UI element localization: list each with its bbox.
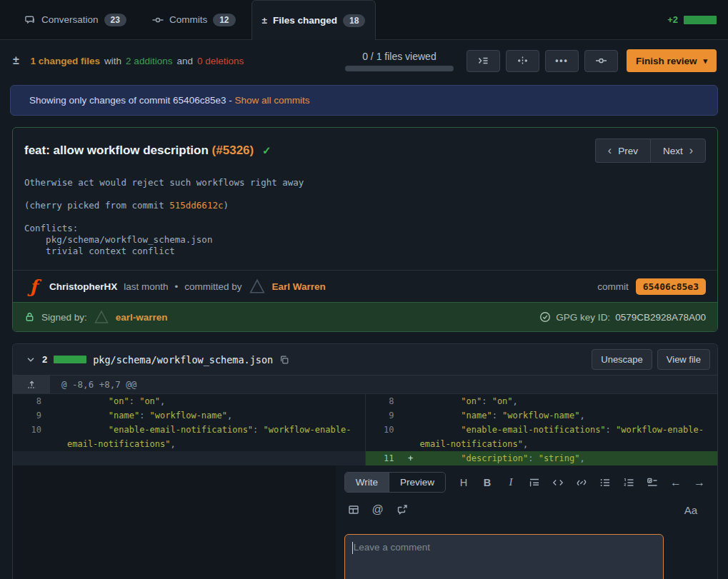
collapse-file-icon[interactable] bbox=[26, 355, 36, 365]
monospace-toggle[interactable]: Aa bbox=[684, 504, 697, 516]
diff-filler-cell bbox=[13, 451, 365, 465]
diff-options-button[interactable]: ••• bbox=[545, 50, 579, 72]
commit-issue-link[interactable]: (#5326) bbox=[212, 144, 254, 157]
markdown-toolbar: H B I bbox=[454, 473, 709, 492]
diff-line-number[interactable]: 10 bbox=[13, 423, 49, 437]
commit-title-text: feat: allow workflow description bbox=[24, 144, 209, 157]
expand-hunk-button[interactable] bbox=[13, 376, 50, 393]
signer-name[interactable]: earl-warren bbox=[116, 312, 168, 323]
christopherhx-avatar[interactable]: ƒ bbox=[24, 277, 43, 296]
file-diffstat-bar bbox=[54, 356, 86, 363]
tab-files-changed[interactable]: ± Files changed 18 bbox=[251, 0, 377, 40]
summary-word-and: and bbox=[176, 56, 193, 66]
diff-line-number[interactable]: 8 bbox=[366, 394, 402, 408]
next-commit-button[interactable]: Next › bbox=[650, 139, 706, 163]
diff-line-number[interactable]: 8 bbox=[13, 394, 49, 408]
markdown-toolbar-secondary: @ Aa bbox=[344, 500, 709, 519]
diff-code-line[interactable]: "on": "on", bbox=[67, 394, 365, 408]
commit-icon bbox=[595, 55, 607, 66]
inline-comment-form: Write Preview H B I bbox=[336, 465, 717, 579]
tab-files-changed-label: Files changed bbox=[273, 15, 337, 26]
tab-commits[interactable]: Commits 12 bbox=[142, 0, 246, 39]
pr-tab-bar: Conversation 23 Commits 12 ± Files chang… bbox=[0, 0, 728, 40]
finish-review-button[interactable]: Finish review ▾ bbox=[627, 49, 717, 72]
committed-by-label: committed by bbox=[184, 281, 241, 292]
diff-row: 8 "on": "on",8 "on": "on", bbox=[13, 394, 717, 408]
cross-reference-icon[interactable] bbox=[393, 500, 412, 519]
diff-code-line[interactable]: "on": "on", bbox=[420, 394, 718, 408]
heading-icon[interactable]: H bbox=[454, 473, 473, 492]
chevron-right-icon: › bbox=[689, 145, 693, 156]
plusminus-icon: ± bbox=[13, 54, 19, 67]
earl-warren-signed-avatar[interactable] bbox=[94, 309, 109, 325]
switch-left-icon[interactable]: ← bbox=[667, 473, 685, 492]
commits-count-badge: 12 bbox=[213, 14, 235, 26]
file-header: 2 pkg/schema/workflow_schema.json Unesca… bbox=[13, 344, 717, 376]
diff-code-line[interactable]: "name": "workflow-name", bbox=[420, 408, 718, 423]
unordered-list-icon[interactable] bbox=[596, 473, 614, 492]
tab-conversation-label: Conversation bbox=[41, 14, 99, 25]
ordered-list-icon[interactable] bbox=[619, 473, 638, 492]
diff-line-number[interactable]: 9 bbox=[13, 408, 49, 423]
file-tree-toggle-button[interactable] bbox=[467, 50, 500, 72]
caret-down-icon: ▾ bbox=[703, 56, 707, 66]
table-icon[interactable] bbox=[344, 500, 363, 519]
lock-icon bbox=[24, 311, 35, 323]
mention-icon[interactable]: @ bbox=[369, 500, 387, 519]
diff-icon: ± bbox=[262, 15, 267, 26]
tab-preview[interactable]: Preview bbox=[389, 473, 445, 492]
diff-file-box: 2 pkg/schema/workflow_schema.json Unesca… bbox=[12, 343, 718, 579]
diff-view-toggle-button[interactable] bbox=[506, 50, 539, 72]
diff-line-marker: + bbox=[402, 451, 420, 465]
write-preview-tabs: Write Preview bbox=[344, 472, 446, 493]
italic-icon[interactable]: I bbox=[502, 473, 520, 492]
diff-left-cell: 10 "enable-email-notifications": "workfl… bbox=[13, 423, 365, 451]
split-diff-table: 8 "on": "on",8 "on": "on",9 "name": "wor… bbox=[13, 394, 717, 465]
earl-warren-avatar[interactable] bbox=[249, 278, 266, 295]
quote-icon[interactable] bbox=[525, 473, 544, 492]
link-icon[interactable] bbox=[572, 473, 591, 492]
code-icon[interactable] bbox=[549, 473, 567, 492]
bold-icon[interactable]: B bbox=[478, 473, 497, 492]
summary-word-with: with bbox=[104, 56, 121, 66]
comment-textarea[interactable] bbox=[344, 534, 664, 579]
switch-right-icon[interactable]: → bbox=[690, 473, 709, 492]
commit-author-name[interactable]: ChristopherHX bbox=[49, 281, 117, 292]
diff-line-number[interactable]: 9 bbox=[366, 408, 402, 423]
signed-by-label: Signed by: bbox=[41, 312, 87, 323]
diff-code-line[interactable]: "description": "string", bbox=[420, 451, 718, 465]
finish-review-label: Finish review bbox=[636, 56, 697, 66]
hunk-header-text: @ -8,6 +8,7 @@ bbox=[50, 376, 136, 393]
task-list-icon[interactable] bbox=[643, 473, 662, 492]
view-file-button[interactable]: View file bbox=[657, 349, 710, 370]
commit-select-button[interactable] bbox=[584, 50, 618, 72]
files-viewed-label: 0 / 1 files viewed bbox=[345, 51, 454, 62]
unescape-button[interactable]: Unescape bbox=[592, 349, 652, 370]
diff-code-line[interactable]: "enable-email-notifications": "workflow-… bbox=[420, 423, 718, 451]
tab-write[interactable]: Write bbox=[345, 473, 389, 492]
prev-commit-button[interactable]: ‹ Prev bbox=[595, 139, 650, 163]
diff-line-number[interactable]: 10 bbox=[366, 423, 402, 437]
commit-hash-link[interactable]: 515dd6612c bbox=[169, 200, 223, 211]
diff-right-cell: 9 "name": "workflow-name", bbox=[365, 408, 718, 423]
commit-hash-badge[interactable]: 65406c85e3 bbox=[636, 278, 706, 295]
changed-files-count: 1 changed files bbox=[31, 56, 101, 66]
show-all-commits-link[interactable]: Show all commits bbox=[234, 95, 309, 106]
deletions-count: 0 deletions bbox=[197, 56, 244, 66]
diff-code-line[interactable]: "enable-email-notifications": "workflow-… bbox=[67, 423, 365, 451]
gpg-verified-icon bbox=[539, 311, 551, 323]
commit-message-text: Otherwise act would reject such workflow… bbox=[24, 177, 304, 211]
gpg-key-label: GPG key ID: bbox=[556, 312, 610, 323]
committer-name[interactable]: Earl Warren bbox=[272, 281, 326, 292]
diff-line-number[interactable]: 11 bbox=[366, 451, 402, 465]
file-name[interactable]: pkg/schema/workflow_schema.json bbox=[93, 354, 273, 366]
diff-code-line[interactable]: "name": "workflow-name", bbox=[67, 408, 365, 423]
gpg-key-value: 0579CB2928A78A00 bbox=[615, 312, 706, 323]
diff-left-cell: 8 "on": "on", bbox=[13, 394, 365, 408]
dot-separator: • bbox=[175, 281, 179, 292]
split-view-icon bbox=[517, 55, 529, 66]
tab-conversation[interactable]: Conversation 23 bbox=[14, 0, 136, 39]
diffstat-additions: +2 bbox=[667, 14, 678, 25]
copy-path-icon[interactable] bbox=[279, 355, 289, 365]
text-caret bbox=[352, 542, 353, 554]
